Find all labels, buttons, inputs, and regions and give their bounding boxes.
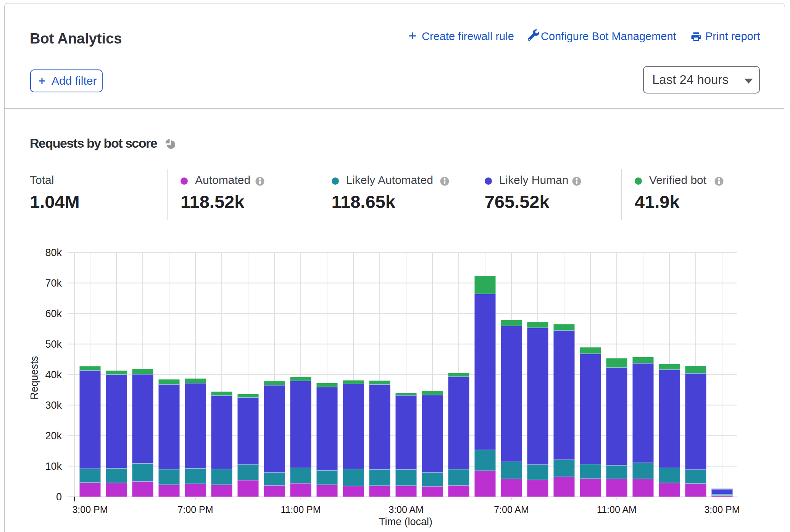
svg-text:11:00 AM: 11:00 AM: [597, 504, 637, 515]
svg-text:70k: 70k: [45, 277, 62, 289]
svg-text:11:00 PM: 11:00 PM: [281, 504, 321, 515]
svg-text:7:00 PM: 7:00 PM: [177, 504, 213, 515]
svg-text:Requests: Requests: [29, 356, 40, 400]
svg-text:7:00 AM: 7:00 AM: [494, 504, 529, 515]
svg-text:10k: 10k: [45, 461, 62, 472]
svg-text:Time (local): Time (local): [379, 516, 432, 527]
svg-text:30k: 30k: [45, 400, 62, 411]
svg-text:3:00 AM: 3:00 AM: [389, 504, 424, 515]
svg-text:3:00 PM: 3:00 PM: [704, 504, 740, 515]
svg-text:3:00 PM: 3:00 PM: [72, 504, 108, 515]
svg-text:40k: 40k: [45, 369, 62, 380]
svg-text:0: 0: [56, 491, 62, 503]
svg-text:80k: 80k: [45, 247, 62, 258]
svg-text:60k: 60k: [45, 308, 62, 319]
svg-text:20k: 20k: [45, 430, 62, 442]
svg-text:50k: 50k: [45, 339, 62, 350]
